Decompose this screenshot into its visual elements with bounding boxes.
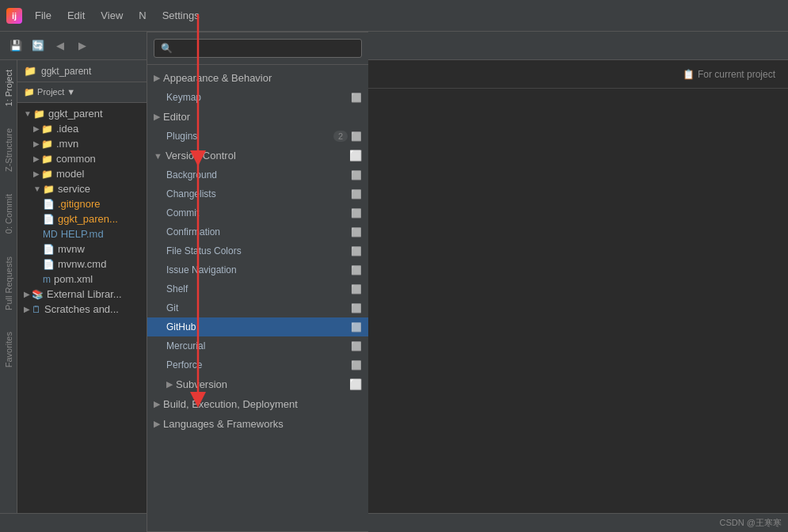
chevron-right-icon-languages: ▶: [154, 419, 160, 429]
tree-label-idea: .idea: [56, 123, 78, 135]
tree-label-scratches: Scratches and...: [44, 303, 119, 315]
settings-item-shelf[interactable]: Shelf ⬜: [147, 279, 368, 298]
settings-item-changelists[interactable]: Changelists ⬜: [147, 184, 368, 203]
tree-label-mvnwcmd: mvnw.cmd: [58, 258, 106, 270]
settings-label-issue-navigation: Issue Navigation: [166, 264, 237, 276]
settings-item-github[interactable]: GitHub ⬜: [147, 317, 368, 336]
page-icon-background: ⬜: [351, 170, 362, 180]
tab-structure[interactable]: Z-Structure: [2, 125, 15, 175]
settings-menu: ▶ Appearance & Behavior Keymap ⬜ ▶ Edito…: [147, 65, 368, 531]
settings-item-background[interactable]: Background ⬜: [147, 165, 368, 184]
settings-item-perforce[interactable]: Perforce ⬜: [147, 355, 368, 374]
tree-item-mvnw[interactable]: 📄 mvnw: [17, 241, 163, 256]
chevron-right-icon-common: ▶: [33, 154, 40, 163]
tree-label-ggkt: ggkt_paren...: [58, 213, 118, 225]
tab-project[interactable]: 1: Project: [2, 66, 15, 109]
main-layout: 1: Project Z-Structure 0: Commit Pull Re…: [0, 60, 788, 532]
page-icon-file-status: ⬜: [351, 246, 362, 256]
tree-item-common[interactable]: ▶ 📁 common: [17, 151, 163, 166]
settings-section-build[interactable]: ▶ Build, Execution, Deployment: [147, 394, 368, 414]
project-folder-icon: 📁: [24, 65, 36, 77]
project-title: ggkt_parent: [41, 66, 91, 77]
settings-item-git[interactable]: Git ⬜: [147, 298, 368, 317]
settings-search-input[interactable]: [154, 39, 362, 58]
menu-settings[interactable]: Settings: [156, 6, 206, 25]
left-vertical-tabs: 1: Project Z-Structure 0: Commit Pull Re…: [0, 60, 17, 532]
page-icon-issue-nav: ⬜: [351, 265, 362, 276]
settings-section-vcs[interactable]: ▼ Version Control ⬜: [147, 146, 368, 165]
tree-item-mvn[interactable]: ▶ 📁 .mvn: [17, 136, 163, 151]
tree-label-common: common: [56, 153, 96, 165]
tree-item-help[interactable]: MD HELP.md: [17, 226, 163, 241]
folder-icon-service: 📁: [43, 184, 55, 195]
tree-item-idea[interactable]: ▶ 📁 .idea: [17, 121, 163, 136]
settings-item-issue-navigation[interactable]: Issue Navigation ⬜: [147, 260, 368, 279]
tree-label-pom: pom.xml: [54, 273, 93, 285]
settings-label-appearance: Appearance & Behavior: [163, 72, 272, 84]
settings-label-commit: Commit: [166, 207, 199, 218]
settings-item-commit[interactable]: Commit ⬜: [147, 203, 368, 222]
project-selector[interactable]: 📁 Project ▼: [17, 82, 163, 103]
file-icon-ggkt: 📄: [43, 214, 55, 225]
settings-item-keymap[interactable]: Keymap ⬜: [147, 88, 368, 107]
tree-item-external-libs[interactable]: ▶ 📚 External Librar...: [17, 287, 163, 302]
settings-label-background: Background: [166, 169, 217, 180]
settings-section-appearance[interactable]: ▶ Appearance & Behavior: [147, 68, 368, 88]
tab-commit[interactable]: 0: Commit: [2, 191, 15, 237]
page-icon-shelf: ⬜: [351, 284, 362, 294]
settings-label-git: Git: [166, 302, 178, 314]
scope-label: For current project: [698, 69, 775, 80]
menu-edit[interactable]: Edit: [61, 6, 91, 25]
refresh-button[interactable]: 🔄: [29, 36, 48, 55]
project-panel: 📁 ggkt_parent 📁 Project ▼ ▼ 📁 ggkt_paren…: [17, 60, 164, 532]
chevron-down-icon: ▼: [24, 109, 32, 118]
save-button[interactable]: 💾: [6, 36, 25, 55]
settings-section-subversion[interactable]: ▶ Subversion ⬜: [147, 374, 368, 394]
file-icon-mvnw: 📄: [43, 244, 55, 255]
menu-navigate[interactable]: N: [132, 6, 152, 25]
settings-label-build: Build, Execution, Deployment: [163, 398, 298, 410]
settings-label-perforce: Perforce: [166, 359, 202, 370]
back-button[interactable]: ◀: [51, 36, 70, 55]
folder-icon-model: 📁: [41, 169, 53, 180]
tree-item-pom[interactable]: m pom.xml: [17, 272, 163, 287]
settings-section-editor[interactable]: ▶ Editor: [147, 107, 368, 127]
tree-item-root[interactable]: ▼ 📁 ggkt_parent: [17, 106, 163, 121]
tab-pull-requests[interactable]: Pull Requests: [2, 253, 15, 314]
tree-label-service: service: [58, 183, 90, 195]
tree-label-mvnw: mvnw: [58, 243, 85, 255]
tree-item-ggkt-paren[interactable]: 📄 ggkt_paren...: [17, 211, 163, 226]
page-icon-keymap: ⬜: [351, 93, 362, 103]
folder-icon-ext: 📚: [32, 289, 44, 300]
toolbar: 💾 🔄 ◀ ▶: [0, 32, 788, 60]
tree-item-service[interactable]: ▼ 📁 service: [17, 181, 163, 196]
folder-icon-scratch: 🗒: [32, 304, 41, 315]
tree-item-mvnwcmd[interactable]: 📄 mvnw.cmd: [17, 256, 163, 272]
page-icon-subversion: ⬜: [349, 378, 362, 390]
tree-label-gitignore: .gitignore: [58, 198, 100, 210]
settings-label-vcs: Version Control: [166, 150, 236, 162]
settings-section-languages[interactable]: ▶ Languages & Frameworks: [147, 414, 368, 434]
settings-label-plugins: Plugins: [166, 131, 197, 142]
title-bar: ij File Edit View N Settings: [0, 0, 788, 32]
menu-view[interactable]: View: [94, 6, 129, 25]
settings-item-plugins[interactable]: Plugins 2 ⬜: [147, 127, 368, 146]
tab-favorites[interactable]: Favorites: [2, 329, 15, 370]
settings-item-file-status-colors[interactable]: File Status Colors ⬜: [147, 241, 368, 260]
folder-icon: 📁: [33, 108, 45, 120]
settings-label-keymap: Keymap: [166, 92, 201, 103]
page-icon-confirmation: ⬜: [351, 227, 362, 238]
tree-item-gitignore[interactable]: 📄 .gitignore: [17, 196, 163, 211]
plugins-badge: 2: [333, 131, 348, 142]
forward-button[interactable]: ▶: [73, 36, 92, 55]
tree-item-scratches[interactable]: ▶ 🗒 Scratches and...: [17, 302, 163, 317]
settings-item-confirmation[interactable]: Confirmation ⬜: [147, 222, 368, 241]
settings-label-mercurial: Mercurial: [166, 340, 205, 352]
tree-item-model[interactable]: ▶ 📁 model: [17, 166, 163, 181]
chevron-down-icon-vcs: ▼: [154, 151, 162, 161]
tree-label-mvn: .mvn: [56, 138, 78, 150]
page-icon-changelists: ⬜: [351, 189, 362, 200]
settings-label-shelf: Shelf: [166, 283, 188, 294]
settings-item-mercurial[interactable]: Mercurial ⬜: [147, 336, 368, 355]
menu-file[interactable]: File: [29, 6, 58, 25]
